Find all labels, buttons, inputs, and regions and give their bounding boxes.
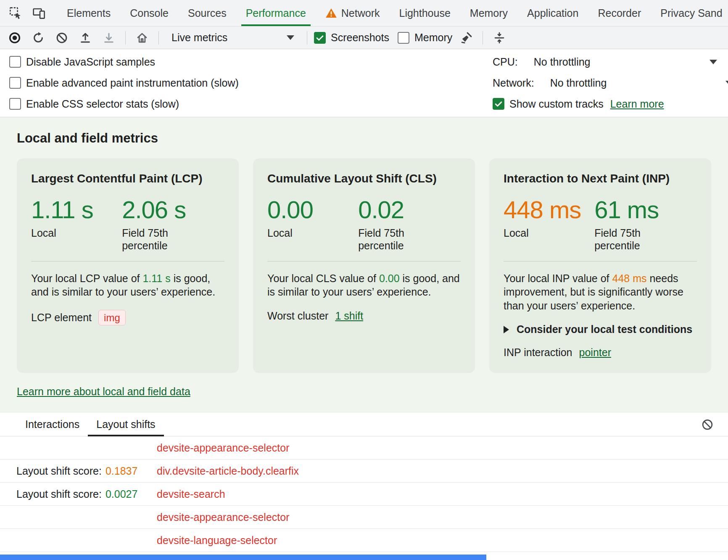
metric-cards: Largest Contentful Paint (LCP) 1.11 s Lo… <box>17 158 711 373</box>
show-custom-tracks-checkbox[interactable]: Show custom tracks <box>493 98 604 110</box>
screenshots-label: Screenshots <box>331 32 389 44</box>
worst-cluster-label: Worst cluster <box>267 310 328 322</box>
section-heading: Local and field metrics <box>17 131 711 146</box>
checkbox-unchecked <box>9 98 21 110</box>
device-toolbar-icon[interactable] <box>29 3 49 23</box>
layout-shift-row[interactable]: devsite-appearance-selector <box>0 506 728 529</box>
history-dropdown-label: Live metrics <box>171 32 227 44</box>
inspect-cursor-icon[interactable] <box>6 3 25 23</box>
divider <box>158 31 159 45</box>
card-title: Interaction to Next Paint (INP) <box>504 172 697 185</box>
element-link[interactable]: div.devsite-article-body.clearfix <box>157 465 299 477</box>
inp-interaction-label: INP interaction <box>504 346 572 359</box>
metric-card-cls: Cumulative Layout Shift (CLS) 0.00 Local… <box>253 158 475 373</box>
clear-icon[interactable] <box>52 28 71 48</box>
checkbox-unchecked <box>9 77 21 89</box>
lcp-local-value: 1.11 s <box>31 197 122 223</box>
performance-toolbar: Live metrics Screenshots Memory <box>0 26 728 49</box>
performance-settings: Disable JavaScript samples Enable advanc… <box>0 49 728 117</box>
show-custom-tracks-row: Show custom tracks Learn more <box>493 93 728 114</box>
metric-card-inp: Interaction to Next Paint (INP) 448 ms L… <box>489 158 711 373</box>
learn-more-link[interactable]: Learn more <box>610 98 664 110</box>
tab-lighthouse[interactable]: Lighthouse <box>389 0 460 26</box>
throttling-settings: CPU: No throttling Network: No throttlin… <box>493 51 728 114</box>
inp-description: Your local INP value of 448 ms needs imp… <box>504 272 697 313</box>
dropdown-arrow-icon <box>710 60 717 64</box>
reload-icon[interactable] <box>29 28 48 48</box>
lcp-description: Your local LCP value of 1.11 s is good, … <box>31 272 224 299</box>
clear-log-icon[interactable] <box>698 415 717 434</box>
checkbox-unchecked <box>9 56 21 68</box>
load-profile-icon[interactable] <box>76 28 95 48</box>
checkbox-checked <box>493 98 504 110</box>
collect-garbage-icon[interactable] <box>456 28 476 48</box>
network-throttling-select[interactable]: Network: No throttling <box>493 72 728 93</box>
local-field-metrics-section: Local and field metrics Largest Contentf… <box>0 117 728 413</box>
tab-application[interactable]: Application <box>517 0 588 26</box>
lcp-element-label: LCP element <box>31 312 92 324</box>
tab-sources[interactable]: Sources <box>178 0 236 26</box>
card-divider <box>31 261 224 262</box>
layout-shift-row[interactable]: Layout shift score: 0.1837 div.devsite-a… <box>0 460 728 483</box>
dropdown-arrow-icon <box>287 35 294 40</box>
metric-card-lcp: Largest Contentful Paint (LCP) 1.11 s Lo… <box>17 158 239 373</box>
worst-cluster-link[interactable]: 1 shift <box>335 310 363 322</box>
live-metrics-log: Interactions Layout shifts devsite-appea… <box>0 413 728 560</box>
layout-shift-row[interactable]: devsite-language-selector <box>0 529 728 552</box>
horizontal-scrollbar-thumb[interactable] <box>0 555 486 560</box>
history-dropdown[interactable]: Live metrics <box>166 29 300 46</box>
learn-more-field-data-link[interactable]: Learn more about local and field data <box>17 386 190 398</box>
divider <box>125 31 126 45</box>
tab-interactions[interactable]: Interactions <box>17 413 88 436</box>
card-title: Cumulative Layout Shift (CLS) <box>267 172 461 185</box>
layout-shift-row[interactable]: Layout shift score: 0.0027 devsite-searc… <box>0 483 728 506</box>
tab-network[interactable]: Network <box>316 0 390 26</box>
card-title: Largest Contentful Paint (LCP) <box>31 172 224 185</box>
inp-field-value: 61 ms <box>594 197 697 223</box>
layout-shift-row[interactable]: devsite-appearance-selector <box>0 436 728 460</box>
divider <box>307 31 307 45</box>
tabbar-left-icons <box>0 0 52 26</box>
settings-checkboxes: Disable JavaScript samples Enable advanc… <box>0 51 239 114</box>
home-icon[interactable] <box>132 28 152 48</box>
dropdown-arrow-icon <box>725 81 728 85</box>
save-profile-icon[interactable] <box>99 28 119 48</box>
expand-details-icon <box>504 326 509 333</box>
disable-js-samples-checkbox[interactable]: Disable JavaScript samples <box>0 51 239 72</box>
local-test-conditions-expander[interactable]: Consider your local test conditions <box>504 323 697 335</box>
tab-performance[interactable]: Performance <box>236 0 316 26</box>
advanced-paint-checkbox[interactable]: Enable advanced paint instrumentation (s… <box>0 72 239 93</box>
network-warning-icon <box>325 8 337 18</box>
tab-recorder[interactable]: Recorder <box>588 0 651 26</box>
element-link[interactable]: devsite-search <box>157 488 225 500</box>
element-link[interactable]: devsite-appearance-selector <box>157 442 289 454</box>
card-divider <box>504 261 697 262</box>
lcp-element-badge[interactable]: img <box>98 310 126 325</box>
element-link[interactable]: devsite-appearance-selector <box>157 511 289 523</box>
memory-label: Memory <box>414 32 452 44</box>
cls-field-value: 0.02 <box>358 197 461 223</box>
css-selector-stats-checkbox[interactable]: Enable CSS selector stats (slow) <box>0 93 239 114</box>
cpu-throttling-select[interactable]: CPU: No throttling <box>493 51 728 72</box>
screenshots-checkbox[interactable]: Screenshots <box>314 32 389 44</box>
divider <box>483 31 483 45</box>
tab-memory[interactable]: Memory <box>460 0 517 26</box>
devtools-tabbar: Elements Console Sources Performance Net… <box>0 0 728 26</box>
tab-privacy-sandbox[interactable]: Privacy Sand <box>651 0 728 26</box>
inp-local-value: 448 ms <box>504 197 594 223</box>
inp-interaction-link[interactable]: pointer <box>579 346 611 359</box>
memory-checkbox[interactable]: Memory <box>398 32 452 44</box>
tab-elements[interactable]: Elements <box>57 0 120 26</box>
tab-layout-shifts[interactable]: Layout shifts <box>88 413 164 436</box>
element-link[interactable]: devsite-language-selector <box>157 534 277 547</box>
checkbox-unchecked <box>398 32 409 44</box>
tab-console[interactable]: Console <box>120 0 178 26</box>
card-divider <box>267 261 461 262</box>
panel-tabs: Elements Console Sources Performance Net… <box>57 0 728 26</box>
log-tabbar: Interactions Layout shifts <box>0 413 728 436</box>
checkbox-checked <box>314 32 326 44</box>
cls-description: Your local CLS value of 0.00 is good, an… <box>267 272 461 299</box>
collapse-tracks-icon[interactable] <box>490 28 509 48</box>
record-icon[interactable] <box>5 28 24 48</box>
lcp-field-value: 2.06 s <box>122 197 224 223</box>
